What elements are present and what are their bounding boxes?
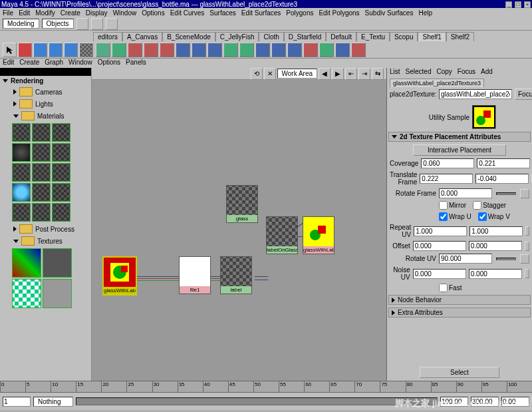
range-label[interactable]: Nothing (33, 397, 73, 407)
tool-scale-icon[interactable] (64, 43, 78, 57)
graph-in-icon[interactable]: ⇤ (345, 68, 357, 80)
tool-move-icon[interactable] (33, 43, 47, 57)
shelf-icon[interactable] (255, 43, 270, 57)
menu-editcurves[interactable]: Edit Curves (170, 9, 205, 17)
stagger-checkbox[interactable] (473, 201, 481, 210)
menu-modify[interactable]: Modify (35, 9, 55, 17)
range-slider[interactable] (76, 397, 438, 405)
item-postprocess[interactable]: Post Process (0, 224, 91, 234)
shelf-icon[interactable] (160, 43, 174, 57)
range-start-field[interactable] (3, 397, 31, 407)
coverage-v-field[interactable] (477, 158, 530, 168)
pm-options[interactable]: Options (98, 59, 120, 68)
time-ruler[interactable]: 0 5 10 15 20 25 30 35 40 45 50 55 60 65 … (0, 381, 532, 393)
shelf-icon[interactable] (192, 43, 206, 57)
mat-swatch[interactable] (12, 123, 31, 142)
mat-swatch[interactable] (12, 163, 31, 182)
mat-swatch[interactable] (12, 143, 31, 162)
menu-edit[interactable]: Edit (19, 9, 30, 17)
pm-create[interactable]: Create (19, 59, 39, 68)
workarea-select[interactable]: Work Area (277, 69, 318, 79)
tool-select-icon[interactable] (3, 43, 17, 57)
menu-surfaces[interactable]: Surfaces (209, 9, 235, 17)
status-icon-2[interactable] (91, 18, 103, 30)
section-rendering[interactable]: Rendering (0, 76, 91, 86)
map-icon[interactable] (525, 226, 529, 236)
menu-create[interactable]: Create (61, 9, 80, 17)
rotateframe-field[interactable] (439, 188, 492, 198)
shelf-icon[interactable] (176, 43, 190, 57)
maximize-icon[interactable]: □ (515, 1, 521, 8)
shelf-icon[interactable] (128, 43, 142, 57)
item-cameras[interactable]: Cameras (0, 87, 91, 97)
attr-menu-selected[interactable]: Selected (406, 68, 432, 77)
shelf-icon[interactable] (96, 43, 110, 57)
offset-u-field[interactable] (413, 241, 466, 251)
mat-swatch[interactable] (52, 163, 70, 182)
map-icon[interactable] (525, 242, 529, 251)
status-icon-1[interactable] (76, 18, 88, 30)
graph-canvas[interactable]: glassWithLabel_p... file1 label glass la… (92, 80, 386, 381)
shelf-tab-acanvas[interactable]: A_Canvas (122, 32, 162, 41)
attr-menu-copy[interactable]: Copy (436, 68, 452, 77)
current-frame-field[interactable] (501, 397, 529, 407)
fast-checkbox[interactable] (439, 284, 448, 292)
select-button[interactable]: Select (420, 367, 499, 378)
pm-edit[interactable]: Edit (3, 59, 14, 68)
shelf-icon[interactable] (303, 43, 318, 57)
pm-graph[interactable]: Graph (45, 59, 63, 68)
shelf-icon[interactable] (112, 43, 126, 57)
menu-display[interactable]: Display (86, 9, 108, 17)
menu-editsurfaces[interactable]: Edit Surfaces (241, 9, 281, 17)
shelf-icon[interactable] (351, 43, 366, 57)
menu-polygons[interactable]: Polygons (286, 9, 313, 17)
shelf-tab-etextu[interactable]: E_Textu (356, 32, 390, 41)
repeat-v-field[interactable] (469, 226, 523, 236)
node-glass[interactable]: glass (226, 185, 258, 223)
pm-panels[interactable]: Panels (126, 59, 146, 68)
tex-swatch[interactable] (43, 279, 72, 308)
attr-menu-list[interactable]: List (390, 68, 400, 77)
tex-swatch[interactable] (43, 248, 72, 278)
graph-out-icon[interactable]: ⇥ (358, 68, 370, 80)
mat-swatch[interactable] (12, 183, 31, 202)
shelf-tab-shelf1[interactable]: Shelf1 (418, 32, 446, 41)
mat-swatch[interactable] (32, 163, 51, 182)
menu-file[interactable]: File (3, 9, 13, 17)
shelf-tab-editors[interactable]: editors (93, 32, 122, 41)
range-out-field[interactable] (471, 397, 499, 407)
mirror-checkbox[interactable] (439, 201, 448, 210)
section-extra-attrs[interactable]: Extra Attributes (388, 308, 531, 317)
shelf-tab-shelf2[interactable]: Shelf2 (446, 32, 474, 41)
shelf-tab-starfield[interactable]: D_Starfield (284, 32, 326, 41)
mat-swatch[interactable] (32, 143, 51, 162)
attr-tab[interactable]: glassWithLabel_place2dTexture3 (390, 79, 484, 87)
interactive-placement-button[interactable]: Interactive Placement (413, 144, 506, 156)
shelf-icon[interactable] (144, 43, 158, 57)
shelf-icon[interactable] (239, 43, 254, 57)
close-icon[interactable]: × (524, 1, 531, 8)
menu-subdiv[interactable]: Subdiv Surfaces (365, 9, 414, 17)
mat-swatch[interactable] (32, 123, 51, 142)
wrapu-checkbox[interactable] (439, 212, 448, 221)
tex-swatch[interactable] (12, 248, 41, 278)
status-icon-3[interactable] (106, 18, 118, 30)
node-place2d[interactable]: glassWithLabel_p... (102, 256, 137, 296)
graph-next-icon[interactable]: ▶ (332, 68, 344, 80)
node-labelonglass[interactable]: labelOnGlass1 (266, 216, 298, 254)
translate-v-field[interactable] (475, 174, 529, 184)
offset-v-field[interactable] (469, 241, 522, 251)
node-glasswithlabel[interactable]: glassWithLabel1 (303, 216, 334, 254)
noise-u-field[interactable] (413, 269, 466, 279)
shelf-tab-scopu[interactable]: Scopu (390, 32, 418, 41)
attr-menu-focus[interactable]: Focus (458, 68, 475, 77)
tool-rotate-icon[interactable] (49, 43, 63, 57)
tool-render-icon[interactable] (79, 43, 93, 57)
mat-swatch[interactable] (52, 183, 70, 202)
mat-swatch[interactable] (52, 143, 70, 162)
shelf-icon[interactable] (223, 43, 238, 57)
map-icon[interactable] (520, 254, 529, 264)
node-label[interactable]: label (220, 256, 252, 294)
menu-window[interactable]: Window (113, 9, 137, 17)
shelf-tab-scenemode[interactable]: B_SceneMode (162, 32, 215, 41)
